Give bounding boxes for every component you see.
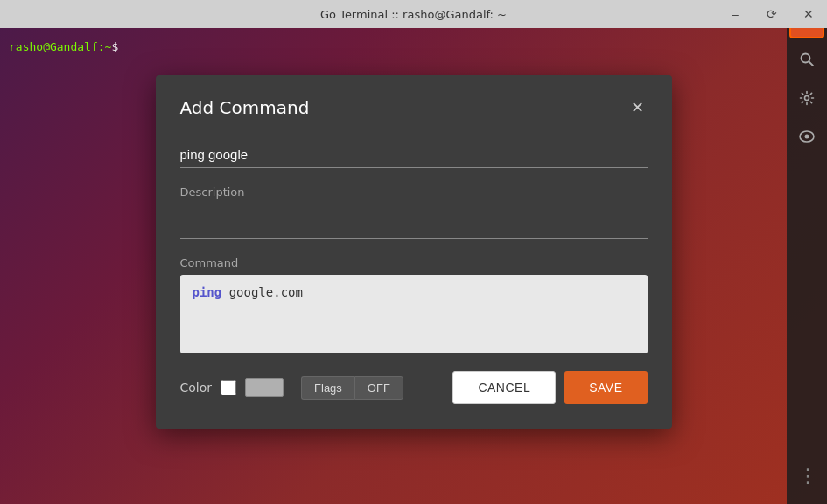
command-keyword: ping <box>193 285 222 299</box>
name-input[interactable] <box>180 144 648 168</box>
flags-toggle-button[interactable]: OFF <box>354 376 403 400</box>
save-button[interactable]: SAVE <box>564 371 647 404</box>
modal-overlay: Add Command ✕ Description Command ping g… <box>0 0 827 504</box>
flags-section: Flags OFF <box>301 376 403 400</box>
description-field: Description <box>180 186 648 242</box>
description-input[interactable] <box>180 204 648 239</box>
action-buttons: CANCEL SAVE <box>452 371 647 404</box>
command-label: Command <box>180 256 648 270</box>
modal-header: Add Command ✕ <box>180 96 648 119</box>
color-swatch[interactable] <box>245 378 284 397</box>
description-label: Description <box>180 186 648 199</box>
bottom-actions: Color Flags OFF CANCEL SAVE <box>180 371 648 404</box>
color-section: Color <box>180 378 284 397</box>
command-display[interactable]: ping google.com <box>180 275 648 354</box>
cancel-button[interactable]: CANCEL <box>452 371 556 404</box>
flags-button[interactable]: Flags <box>301 376 354 400</box>
command-field: Command ping google.com <box>180 256 648 354</box>
color-label: Color <box>180 381 213 395</box>
modal-close-button[interactable]: ✕ <box>627 96 648 119</box>
color-checkbox[interactable] <box>221 380 236 396</box>
name-field <box>180 144 648 168</box>
modal-title: Add Command <box>180 97 310 118</box>
command-arg: google.com <box>221 285 303 299</box>
add-command-modal: Add Command ✕ Description Command ping g… <box>156 75 672 429</box>
